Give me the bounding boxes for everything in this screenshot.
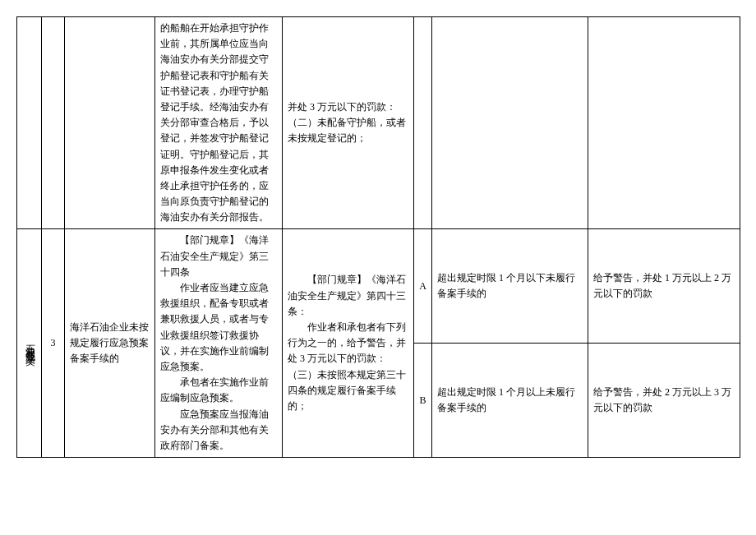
text-content: 的船舶在开始承担守护作业前，其所属单位应当向海油安办有关分部提交守护船登记表和守… (160, 22, 269, 223)
regulation-table: 的船舶在开始承担守护作业前，其所属单位应当向海油安办有关分部提交守护船登记表和守… (16, 16, 740, 458)
reg-p3: 承包者在实施作业前应编制应急预案。 (160, 375, 277, 406)
cell-category-cont (17, 17, 42, 229)
table-row: 的船舶在开始承担守护作业前，其所属单位应当向海油安办有关分部提交守护船登记表和守… (17, 17, 740, 229)
pen-p2: 作业者和承包者有下列行为之一的，给予警告，并处 3 万元以下的罚款：（三）未按照… (288, 320, 408, 414)
cell-penalty-cont (588, 17, 740, 229)
penalty-text: 给予警告，并处 2 万元以上 3 万元以下的罚款 (593, 386, 731, 413)
cell-seq: 3 (42, 229, 65, 458)
category-text: 石油天然气开采类 (22, 337, 38, 350)
cell-grade-a: A (414, 229, 432, 344)
situation-text: 超出规定时限 1 个月以下未履行备案手续的 (437, 272, 575, 299)
cell-grade-b: B (414, 344, 432, 458)
cell-penalty-a: 给予警告，并处 1 万元以上 2 万元以下的罚款 (588, 229, 740, 344)
text-content: 并处 3 万元以下的罚款：（二）未配备守护船，或者未按规定登记的； (288, 101, 406, 144)
cell-grade-cont (414, 17, 432, 229)
violation-text: 海洋石油企业未按规定履行应急预案备案手续的 (70, 321, 149, 364)
reg-p1: 【部门规章】《海洋石油安全生产规定》第三十四条 (160, 233, 277, 280)
table-row: 石油天然气开采类 3 海洋石油企业未按规定履行应急预案备案手续的 【部门规章】《… (17, 229, 740, 344)
cell-violation-cont (65, 17, 155, 229)
grade-label: A (419, 280, 426, 292)
cell-penalty-basis: 并处 3 万元以下的罚款：（二）未配备守护船，或者未按规定登记的； (283, 17, 414, 229)
cell-penalty-basis: 【部门规章】《海洋石油安全生产规定》第四十三条： 作业者和承包者有下列行为之一的… (283, 229, 414, 458)
cell-situation-b: 超出规定时限 1 个月以上未履行备案手续的 (432, 344, 588, 458)
cell-regulation-basis: 的船舶在开始承担守护作业前，其所属单位应当向海油安办有关分部提交守护船登记表和守… (155, 17, 283, 229)
situation-text: 超出规定时限 1 个月以上未履行备案手续的 (437, 386, 575, 413)
pen-p1: 【部门规章】《海洋石油安全生产规定》第四十三条： (288, 272, 408, 320)
reg-p4: 应急预案应当报海油安办有关分部和其他有关政府部门备案。 (160, 407, 277, 454)
cell-category: 石油天然气开采类 (17, 229, 42, 458)
cell-seq-cont (42, 17, 65, 229)
reg-p2: 作业者应当建立应急救援组织，配备专职或者兼职救援人员，或者与专业救援组织签订救援… (160, 280, 277, 375)
seq-text: 3 (51, 337, 56, 348)
cell-situation-a: 超出规定时限 1 个月以下未履行备案手续的 (432, 229, 588, 344)
cell-situation-cont (432, 17, 588, 229)
cell-penalty-b: 给予警告，并处 2 万元以上 3 万元以下的罚款 (588, 344, 740, 458)
cell-violation: 海洋石油企业未按规定履行应急预案备案手续的 (65, 229, 155, 458)
penalty-text: 给予警告，并处 1 万元以上 2 万元以下的罚款 (593, 272, 731, 299)
cell-regulation-basis: 【部门规章】《海洋石油安全生产规定》第三十四条 作业者应当建立应急救援组织，配备… (155, 229, 283, 458)
grade-label: B (419, 394, 426, 406)
